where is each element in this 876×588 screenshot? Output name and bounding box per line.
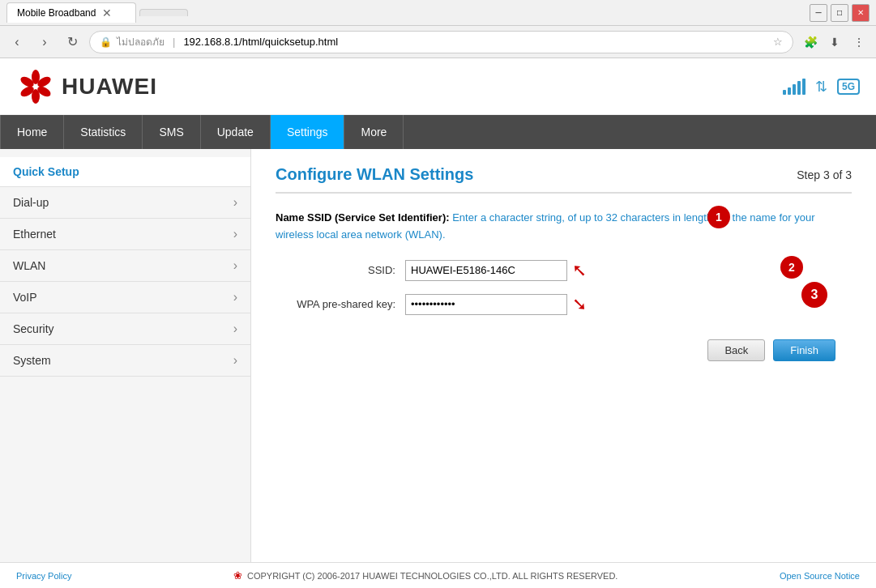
sidebar-item-security[interactable]: Security ›	[0, 313, 250, 345]
privacy-policy-link[interactable]: Privacy Policy	[16, 571, 71, 581]
huawei-footer-icon: ❀	[233, 569, 242, 582]
main-content: Quick Setup Dial-up › Ethernet › WLAN › …	[0, 149, 876, 562]
step-indicator: Step 3 of 3	[797, 168, 852, 181]
bookmark-icon[interactable]: ☆	[773, 36, 783, 48]
sidebar-item-label: System	[13, 354, 51, 367]
sidebar-item-ethernet[interactable]: Ethernet ›	[0, 219, 250, 250]
nav-item-home[interactable]: Home	[0, 115, 64, 149]
nav-item-update[interactable]: Update	[201, 115, 271, 149]
annotation-circle-1: 1	[707, 206, 730, 228]
annotation-1: 1	[701, 206, 730, 228]
nav-bar: Home Statistics SMS Update Settings More	[0, 115, 876, 149]
toolbar-icons: 🧩 ⬇ ⋮	[800, 32, 870, 53]
signal-bars-icon	[783, 79, 805, 95]
ssid-description: Name SSID (Service Set Identifier): Ente…	[276, 210, 852, 244]
url-input[interactable]	[183, 36, 768, 48]
open-source-link[interactable]: Open Source Notice	[780, 571, 860, 581]
back-nav-button[interactable]: ‹	[6, 32, 28, 53]
ssid-form-row: SSID: ➘	[276, 260, 852, 281]
chevron-right-icon: ›	[233, 353, 237, 368]
annotation-circle-2: 2	[780, 256, 803, 279]
maximize-button[interactable]: □	[831, 4, 848, 22]
sidebar-item-voip[interactable]: VoIP ›	[0, 282, 250, 313]
download-button[interactable]: ⬇	[824, 32, 845, 53]
inactive-tab[interactable]	[139, 9, 188, 16]
huawei-logo: HUAWEI	[16, 69, 157, 104]
annotation-2: 2	[774, 256, 803, 279]
sidebar-item-system[interactable]: System ›	[0, 345, 250, 377]
ssid-label: SSID:	[276, 264, 405, 276]
ssid-input[interactable]	[405, 260, 567, 281]
ssid-row-container: SSID: ➘ 2	[276, 260, 852, 281]
minimize-button[interactable]: ─	[810, 4, 827, 22]
chevron-right-icon: ›	[233, 227, 237, 241]
content-header: Configure WLAN Settings Step 3 of 3	[276, 165, 852, 194]
footer-center: ❀ COPYRIGHT (C) 2006-2017 HUAWEI TECHNOL…	[233, 569, 617, 582]
sidebar: Quick Setup Dial-up › Ethernet › WLAN › …	[0, 149, 251, 562]
wpa-row-container: WPA pre-shared key: ➘ 3	[276, 294, 852, 315]
content-area: Configure WLAN Settings Step 3 of 3 Name…	[251, 149, 876, 562]
nav-item-statistics[interactable]: Statistics	[64, 115, 143, 149]
chevron-right-icon: ›	[233, 195, 237, 210]
huawei-header: HUAWEI ⇅ 5G	[0, 58, 876, 115]
address-bar: 🔒 ไม่ปลอดภัย | ☆	[89, 31, 793, 53]
description-block: Name SSID (Service Set Identifier): Ente…	[276, 210, 852, 244]
finish-button[interactable]: Finish	[773, 339, 835, 361]
wpa-label: WPA pre-shared key:	[276, 298, 405, 310]
browser-toolbar: ‹ › ↻ 🔒 ไม่ปลอดภัย | ☆ 🧩 ⬇ ⋮	[0, 26, 876, 58]
settings-menu-button[interactable]: ⋮	[848, 32, 870, 53]
network-type-badge: 5G	[837, 79, 860, 95]
wpa-input[interactable]	[405, 294, 567, 315]
browser-titlebar: Mobile Broadband ✕ ─ □ ✕	[0, 0, 876, 26]
copyright-text: COPYRIGHT (C) 2006-2017 HUAWEI TECHNOLOG…	[247, 571, 617, 581]
wpa-form-row: WPA pre-shared key: ➘	[276, 294, 852, 315]
page-wrapper: HUAWEI ⇅ 5G Home Statistics SMS Update	[0, 58, 876, 588]
sidebar-item-label: WLAN	[13, 259, 45, 272]
sidebar-item-label: Ethernet	[13, 228, 56, 241]
sidebar-item-wlan[interactable]: WLAN ›	[0, 250, 250, 282]
extensions-button[interactable]: 🧩	[800, 32, 821, 53]
sidebar-item-label: Security	[13, 322, 54, 335]
tab-close-button[interactable]: ✕	[102, 6, 112, 19]
sidebar-item-dialup[interactable]: Dial-up ›	[0, 187, 250, 219]
window-controls: ─ □ ✕	[810, 4, 870, 22]
sidebar-item-quick-setup[interactable]: Quick Setup	[0, 157, 250, 187]
data-transfer-icon: ⇅	[815, 78, 827, 96]
tab-title: Mobile Broadband	[17, 7, 96, 19]
close-button[interactable]: ✕	[852, 4, 870, 22]
footer: Privacy Policy ❀ COPYRIGHT (C) 2006-2017…	[0, 562, 876, 588]
chevron-right-icon: ›	[233, 322, 237, 336]
arrow-3-icon: ➘	[572, 294, 587, 315]
annotation-3: 3	[795, 282, 827, 308]
sidebar-item-label: Dial-up	[13, 196, 49, 209]
chevron-right-icon: ›	[233, 258, 237, 273]
huawei-logo-icon	[16, 69, 55, 104]
back-button[interactable]: Back	[707, 339, 765, 361]
sidebar-item-label: VoIP	[13, 291, 37, 304]
logo-text: HUAWEI	[62, 74, 157, 100]
header-right: ⇅ 5G	[783, 78, 860, 96]
button-row: Back Finish	[276, 339, 852, 361]
nav-item-more[interactable]: More	[344, 115, 404, 149]
forward-nav-button[interactable]: ›	[34, 32, 55, 53]
refresh-button[interactable]: ↻	[62, 32, 83, 53]
url-separator: |	[173, 36, 175, 48]
url-prefix: ไม่ปลอดภัย	[117, 34, 165, 49]
chevron-right-icon: ›	[233, 290, 237, 305]
page-title: Configure WLAN Settings	[276, 165, 473, 184]
arrow-2-icon: ➘	[572, 260, 587, 281]
nav-item-sms[interactable]: SMS	[143, 115, 200, 149]
annotation-circle-3: 3	[801, 282, 827, 308]
security-icon: 🔒	[100, 36, 112, 48]
nav-item-settings[interactable]: Settings	[271, 115, 345, 149]
active-tab[interactable]: Mobile Broadband ✕	[6, 2, 136, 23]
sidebar-item-label: Quick Setup	[13, 165, 79, 178]
